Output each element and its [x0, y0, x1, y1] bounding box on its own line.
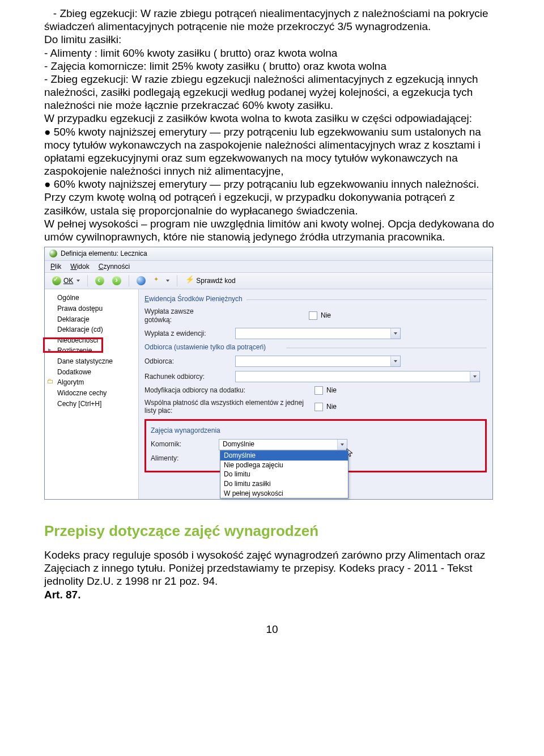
nav-forward-button[interactable] [110, 276, 123, 286]
caret-down-icon [166, 280, 169, 282]
lbl-modyfikacja: Modyfikacja odbiorcy na dodatku: [144, 386, 314, 395]
dropdown-icon [470, 371, 479, 382]
back-icon [95, 276, 104, 285]
window-title: Definicja elementu: Lecznica [61, 250, 147, 258]
heading-przepisy: Przepisy dotyczące zajęć wynagrodzeń [44, 522, 500, 540]
ok-label: OK [63, 277, 73, 285]
para-wprzypadku: W przypadku egzekucji z zasiłków kwota w… [44, 112, 500, 125]
nav-back-button[interactable] [94, 276, 106, 286]
menu-plik[interactable]: Plik [50, 263, 61, 271]
para-alimenty: - Alimenty : limit 60% kwoty zasiłku ( b… [44, 47, 500, 60]
para-limit-head: Do limitu zasiłki: [44, 33, 500, 46]
sidebar-item-rozliczenie[interactable]: Rozliczenie [45, 345, 138, 356]
sidebar-item-algorytm[interactable]: Algorytm [45, 377, 138, 388]
red-highlight-group: Zajęcia wynagordzenia Komornik: Domyślni… [144, 419, 487, 472]
main-panel: Ewidencja Środków Pieniężnych Wypłata za… [139, 289, 492, 499]
group-odbiorca: Odbiorca (ustawienie tylko dla potrąceń) [144, 343, 487, 352]
group-zajecia: Zajęcia wynagordzenia [151, 426, 481, 435]
row-rachunek: Rachunek odbiorcy: [144, 371, 487, 382]
caret-down-icon [76, 280, 80, 282]
separator [129, 275, 129, 286]
lbl-rachunek: Rachunek odbiorcy: [144, 373, 212, 381]
lightning-icon [185, 276, 194, 285]
combo-odbiorca[interactable] [235, 356, 401, 367]
sidebar-item-deklaracje-cd[interactable]: Deklaracje (cd) [45, 324, 138, 335]
para-wpelnej: W pełnej wysokości – program nie uwzględ… [44, 217, 500, 243]
sprawdz-label: Sprawdź kod [196, 277, 235, 285]
sidebar-item-cechy[interactable]: Cechy [Ctrl+H] [45, 399, 138, 409]
combo-komornik-value: Domyślnie [219, 440, 337, 450]
chk-label-nie: Nie [326, 386, 337, 395]
ok-button[interactable]: OK [50, 276, 82, 286]
option-nie-podlega[interactable]: Nie podlega zajęciu [220, 461, 348, 470]
chk-wspolna[interactable]: Nie [314, 403, 337, 411]
g2-label: Odbiorca (ustawienie tylko dla potrąceń) [144, 343, 266, 351]
dropdown-icon [337, 440, 347, 450]
menu-czynnosci[interactable]: Czynności [99, 263, 130, 271]
para-art87: Art. 87. [44, 588, 500, 601]
tool-button-2[interactable] [152, 276, 171, 286]
menubar: Plik Widok Czynności [45, 261, 492, 273]
checkbox-icon [309, 311, 317, 320]
dropdown-icon [390, 356, 400, 366]
dropdown-list[interactable]: Domyślnie Nie podlega zajęciu Do limitu … [220, 450, 348, 499]
checkmark-icon [52, 276, 61, 285]
lbl-wyplata-ewid: Wypłata z ewidencji: [144, 330, 212, 338]
option-do-limitu-zasilki[interactable]: Do limitu zasiłki [220, 479, 348, 489]
row-odbiorca: Odbiorca: [144, 356, 487, 367]
para-przyczym: Przy czym kwotę wolną od potrąceń i egze… [44, 191, 500, 217]
combo-value [236, 371, 470, 382]
window-body: Ogólne Prawa dostępu Deklaracje Deklarac… [45, 289, 492, 499]
chk-wyplata-gotowka[interactable]: Nie [309, 311, 331, 320]
para-zbieg2: - Zbieg egzekucji: W razie zbiegu egzeku… [44, 73, 500, 112]
sidebar-item-prawa[interactable]: Prawa dostępu [45, 303, 138, 314]
checkbox-icon [314, 403, 323, 411]
combo-komornik[interactable]: Domyślnie [219, 439, 347, 450]
group-ewidencja: Ewidencja Środków Pieniężnych [144, 295, 487, 303]
para-kodeks: Kodeks pracy reguluje sposób i wysokość … [44, 548, 500, 588]
lbl-alimenty: Alimenty: [151, 454, 219, 463]
tool-button-1[interactable] [135, 276, 147, 286]
forward-icon [112, 276, 121, 285]
menu-widok[interactable]: Widok [70, 263, 89, 271]
option-do-limitu[interactable]: Do limitu [220, 470, 348, 479]
dropdown-icon [390, 328, 400, 339]
sidebar-item-ogolne[interactable]: Ogólne [45, 293, 138, 303]
option-domyslnie[interactable]: Domyślnie [220, 451, 348, 461]
option-pelna[interactable]: W pełnej wysokości [220, 489, 348, 499]
titlebar: Definicja elementu: Lecznica [45, 247, 492, 261]
separator [87, 275, 88, 286]
app-icon [49, 250, 57, 257]
sidebar-item-deklaracje[interactable]: Deklaracje [45, 314, 138, 325]
row-modyfikacja: Modyfikacja odbiorcy na dodatku: Nie [144, 386, 487, 395]
sidebar-item-dane-stat[interactable]: Dane statystyczne [45, 356, 138, 367]
combo-rachunek[interactable] [235, 371, 480, 382]
chk-mod[interactable]: Nie [314, 386, 337, 395]
sidebar-item-nieobecnosci[interactable]: Nieobecności [45, 335, 138, 346]
wizard-icon [154, 276, 163, 285]
checkbox-icon [314, 386, 323, 395]
sprawdz-kod-button[interactable]: Sprawdź kod [183, 276, 237, 286]
row-komornik: Komornik: Domyślnie [151, 439, 481, 450]
lbl-odbiorca: Odbiorca: [144, 357, 212, 366]
sidebar-item-widoczne-cechy[interactable]: Widoczne cechy [45, 388, 138, 399]
combo-value [236, 356, 390, 366]
para-zbieg: - Zbieg egzekucji: W razie zbiegu potrąc… [44, 7, 500, 33]
para-bullet-60: ● 60% kwoty najniższej emerytury — przy … [44, 178, 500, 191]
sidebar-item-dodatkowe[interactable]: Dodatkowe [45, 367, 138, 378]
separator [177, 275, 177, 286]
row-wyplata-gotowka: Wypłata zawsze gotówką: Nie [144, 307, 487, 324]
combo-wyplata-ewid[interactable] [235, 328, 401, 339]
combo-value [236, 328, 390, 339]
chk-label-nie: Nie [321, 311, 331, 320]
row-wyplata-ewid: Wypłata z ewidencji: [144, 328, 487, 339]
page-number: 10 [44, 623, 500, 636]
para-zajecia: - Zajęcia komornicze: limit 25% kwoty za… [44, 60, 500, 73]
para-bullet-50: ● 50% kwoty najniższej emerytury — przy … [44, 125, 500, 178]
row-wspolna: Wspólna płatność dla wszystkich elementó… [144, 399, 487, 415]
toolbar: OK Sprawdź kod [45, 273, 492, 289]
globe-icon [137, 276, 146, 285]
lbl-wyplata-gotowka: Wypłata zawsze gotówką: [144, 307, 212, 324]
lbl-komornik: Komornik: [151, 440, 219, 449]
lbl-wspolna: Wspólna płatność dla wszystkich elementó… [144, 399, 314, 415]
